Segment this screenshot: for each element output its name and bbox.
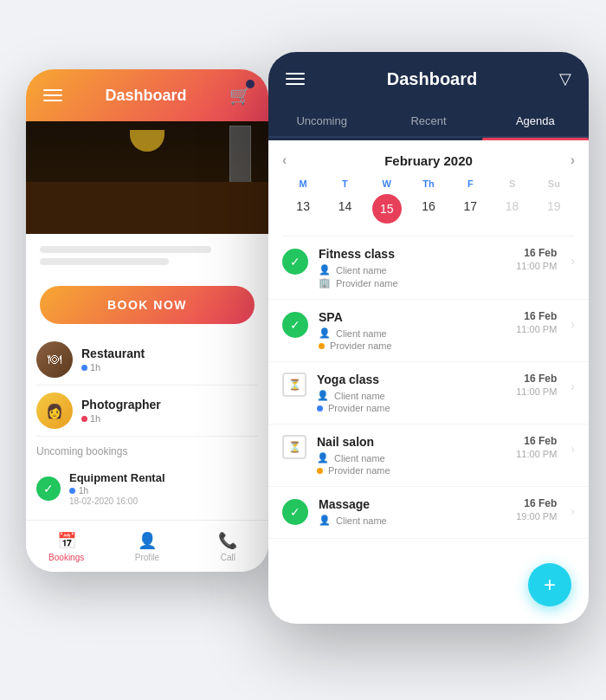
client-icon-nail: 👤 bbox=[317, 452, 329, 463]
left-phone-header: Dashboard 🛒 bbox=[26, 69, 268, 121]
bottom-nav: 📅 Bookings 👤 Profile 📞 Call bbox=[26, 520, 268, 572]
day-header-f: F bbox=[449, 178, 491, 189]
tab-upcoming[interactable]: Uncoming bbox=[268, 106, 375, 136]
cart-icon[interactable]: 🛒 bbox=[229, 85, 251, 106]
status-pending-nail: ⏳ bbox=[282, 435, 306, 459]
profile-icon: 👤 bbox=[138, 531, 157, 550]
restaurant-duration: 1h bbox=[81, 362, 145, 373]
nail-date-block: 16 Feb 11:00 PM bbox=[516, 435, 557, 459]
cal-date-18[interactable]: 18 bbox=[491, 194, 532, 224]
massage-time: 19:00 PM bbox=[516, 511, 557, 522]
cal-date-15-wrapper[interactable]: 15 bbox=[366, 194, 408, 224]
filter-icon[interactable]: ▽ bbox=[559, 69, 571, 88]
nav-call[interactable]: 📞 Call bbox=[188, 521, 268, 572]
yoga-provider-row: Provider name bbox=[317, 403, 506, 413]
agenda-item-spa[interactable]: ✓ SPA 👤 Client name Provider name 16 Feb… bbox=[268, 300, 589, 362]
calendar-day-headers: M T W Th F S Su bbox=[282, 178, 575, 189]
fitness-client: Client name bbox=[336, 265, 387, 275]
agenda-item-yoga[interactable]: ⏳ Yoga class 👤 Client name Provider name… bbox=[268, 362, 589, 425]
cal-date-16[interactable]: 16 bbox=[408, 194, 449, 224]
nav-profile-label: Profile bbox=[135, 553, 159, 562]
nail-provider-row: Provider name bbox=[317, 465, 506, 476]
client-icon-massage: 👤 bbox=[319, 515, 331, 526]
agenda-item-massage[interactable]: ✓ Massage 👤 Client name 16 Feb 19:00 PM … bbox=[268, 487, 589, 539]
fitness-date-block: 16 Feb 11:00 PM bbox=[516, 247, 557, 271]
tab-active-indicator bbox=[482, 138, 589, 140]
nav-bookings[interactable]: 📅 Bookings bbox=[26, 521, 106, 572]
right-phone-title: Dashboard bbox=[387, 69, 477, 89]
yoga-provider: Provider name bbox=[328, 403, 390, 413]
spa-chevron: › bbox=[571, 317, 575, 331]
agenda-item-nail[interactable]: ⏳ Nail salon 👤 Client name Provider name… bbox=[268, 425, 589, 487]
calendar-dates: 13 14 15 16 17 18 19 bbox=[282, 194, 575, 224]
client-icon-fitness: 👤 bbox=[319, 264, 331, 275]
day-header-su: Su bbox=[533, 178, 575, 189]
spa-provider: Provider name bbox=[330, 340, 392, 351]
nail-client-row: 👤 Client name bbox=[317, 452, 506, 463]
nail-time: 11:00 PM bbox=[516, 449, 557, 459]
cal-date-14[interactable]: 14 bbox=[324, 194, 365, 224]
agenda-list: ✓ Fitness class 👤 Client name 🏢 Provider… bbox=[268, 237, 589, 610]
cal-date-15[interactable]: 15 bbox=[372, 194, 402, 224]
booking-name: Equipment Rental bbox=[69, 471, 165, 484]
skeleton-line-2 bbox=[40, 258, 169, 265]
spa-provider-dot bbox=[319, 343, 325, 349]
right-phone: Dashboard ▽ Uncoming Recent Agenda ‹ Feb… bbox=[268, 52, 589, 624]
right-menu-icon[interactable] bbox=[286, 73, 305, 85]
status-done-massage: ✓ bbox=[282, 499, 308, 525]
spa-provider-row: Provider name bbox=[319, 340, 506, 351]
upcoming-section: Uncoming bookings ✓ Equipment Rental 1h … bbox=[26, 437, 268, 518]
right-phone-header: Dashboard ▽ bbox=[268, 52, 589, 106]
yoga-chevron: › bbox=[571, 379, 575, 393]
cal-date-19[interactable]: 19 bbox=[533, 194, 575, 224]
book-now-button[interactable]: BOOK NOW bbox=[40, 286, 255, 324]
fitness-provider-row: 🏢 Provider name bbox=[319, 277, 506, 288]
skeleton-line-1 bbox=[40, 246, 211, 253]
dot-blue bbox=[81, 365, 87, 371]
booking-item-equipment[interactable]: ✓ Equipment Rental 1h 18-02-2020 16:00 bbox=[36, 464, 258, 513]
agenda-content-yoga: Yoga class 👤 Client name Provider name bbox=[317, 373, 506, 413]
tabs-container: Uncoming Recent Agenda bbox=[268, 106, 589, 138]
fab-button[interactable]: + bbox=[528, 563, 571, 606]
yoga-client: Client name bbox=[334, 391, 385, 401]
status-done-spa: ✓ bbox=[282, 312, 308, 338]
nav-call-label: Call bbox=[221, 553, 235, 562]
agenda-content-nail: Nail salon 👤 Client name Provider name bbox=[317, 435, 506, 476]
cal-date-13[interactable]: 13 bbox=[282, 194, 324, 224]
tab-recent[interactable]: Recent bbox=[375, 106, 481, 136]
cal-date-17[interactable]: 17 bbox=[449, 194, 491, 224]
fitness-provider: Provider name bbox=[336, 278, 398, 288]
service-list: 🍽 Restaurant 1h 👩 Photographer 1h bbox=[26, 334, 268, 437]
nav-profile[interactable]: 👤 Profile bbox=[106, 521, 187, 572]
tab-agenda[interactable]: Agenda bbox=[482, 106, 589, 136]
call-icon: 📞 bbox=[218, 531, 237, 550]
prev-month-button[interactable]: ‹ bbox=[282, 152, 287, 168]
day-header-th: Th bbox=[408, 178, 449, 189]
service-item-restaurant[interactable]: 🍽 Restaurant 1h bbox=[36, 334, 258, 386]
spa-date-block: 16 Feb 11:00 PM bbox=[516, 310, 557, 334]
photographer-name: Photographer bbox=[81, 398, 161, 412]
nail-client: Client name bbox=[334, 453, 385, 463]
upcoming-title: Uncoming bookings bbox=[36, 445, 258, 457]
yoga-date-block: 16 Feb 11:00 PM bbox=[516, 373, 557, 397]
dot-pink bbox=[81, 416, 87, 422]
agenda-item-fitness[interactable]: ✓ Fitness class 👤 Client name 🏢 Provider… bbox=[268, 237, 589, 300]
agenda-content-fitness: Fitness class 👤 Client name 🏢 Provider n… bbox=[319, 247, 506, 288]
service-info-restaurant: Restaurant 1h bbox=[81, 347, 145, 373]
service-info-photographer: Photographer 1h bbox=[81, 398, 161, 424]
menu-icon[interactable] bbox=[43, 89, 62, 101]
status-pending-yoga: ⏳ bbox=[282, 373, 306, 397]
yoga-client-row: 👤 Client name bbox=[317, 390, 506, 401]
spa-client-row: 👤 Client name bbox=[319, 327, 506, 339]
nav-bookings-label: Bookings bbox=[48, 553, 84, 562]
fitness-time: 11:00 PM bbox=[516, 261, 557, 271]
nail-date: 16 Feb bbox=[516, 435, 557, 447]
day-header-t: T bbox=[324, 178, 365, 189]
service-item-photographer[interactable]: 👩 Photographer 1h bbox=[36, 386, 258, 437]
booking-dot bbox=[69, 488, 75, 494]
fitness-client-row: 👤 Client name bbox=[319, 264, 506, 275]
restaurant-name: Restaurant bbox=[81, 347, 145, 360]
restaurant-avatar: 🍽 bbox=[36, 341, 73, 378]
status-done-fitness: ✓ bbox=[282, 249, 308, 275]
next-month-button[interactable]: › bbox=[571, 152, 575, 168]
